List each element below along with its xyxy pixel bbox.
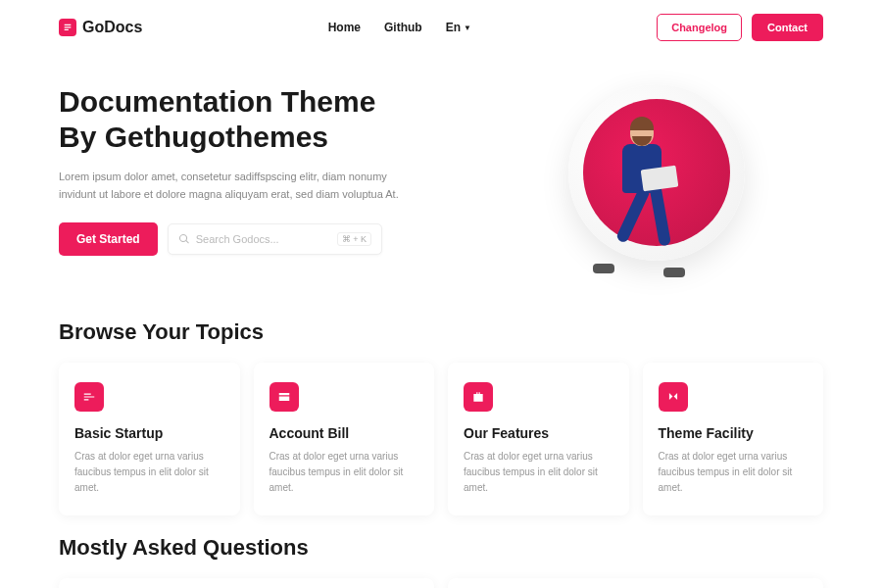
search-box[interactable]: ⌘ + K (168, 223, 382, 255)
nav-link-github[interactable]: Github (384, 21, 422, 34)
contact-button[interactable]: Contact (752, 14, 823, 41)
search-input[interactable] (196, 233, 331, 245)
sliders-icon (74, 382, 104, 412)
topic-card-startup[interactable]: Basic Startup Cras at dolor eget urna va… (59, 363, 240, 515)
topic-desc: Cras at dolor eget urna varius faucibus … (659, 449, 808, 496)
topic-card-features[interactable]: Our Features Cras at dolor eget urna var… (448, 363, 629, 515)
faq-item[interactable]: Will updates also be free? (59, 578, 434, 588)
changelog-button[interactable]: Changelog (657, 14, 742, 41)
nav-right: Changelog Contact (657, 14, 823, 41)
hero-section: Documentation Theme By Gethugothemes Lor… (0, 55, 882, 300)
hero-illustration (461, 84, 823, 280)
topic-title: Theme Facility (659, 425, 808, 441)
topic-desc: Cras at dolor eget urna varius faucibus … (74, 449, 224, 496)
topic-card-theme[interactable]: Theme Facility Cras at dolor eget urna v… (643, 363, 824, 515)
topic-card-account[interactable]: Account Bill Cras at dolor eget urna var… (254, 363, 435, 515)
get-started-button[interactable]: Get Started (59, 222, 158, 256)
topic-desc: Cras at dolor eget urna varius faucibus … (464, 449, 613, 496)
brand-name: GoDocs (82, 19, 142, 36)
topic-title: Basic Startup (74, 425, 224, 441)
hero-actions: Get Started ⌘ + K (59, 222, 421, 256)
faq-heading: Mostly Asked Questions (59, 535, 823, 561)
search-kbd-hint: ⌘ + K (337, 232, 371, 246)
nav-link-home[interactable]: Home (328, 21, 361, 34)
topic-desc: Cras at dolor eget urna varius faucibus … (270, 449, 419, 496)
hero-subtitle: Lorem ipsum dolor amet, consetetur sadif… (59, 169, 421, 203)
logo-icon (59, 19, 76, 36)
language-selector[interactable]: En ▼ (446, 21, 471, 34)
topic-title: Account Bill (270, 425, 419, 441)
topic-title: Our Features (464, 425, 613, 441)
brand-logo[interactable]: GoDocs (59, 19, 142, 36)
tools-icon (659, 382, 688, 412)
top-nav: GoDocs Home Github En ▼ Changelog Contac… (0, 0, 882, 55)
card-icon (270, 382, 299, 412)
hero-title: Documentation Theme By Gethugothemes (59, 84, 421, 155)
faq-item[interactable]: Discounts for students and Non Profit Or… (448, 578, 823, 588)
nav-center: Home Github En ▼ (328, 21, 471, 34)
faq-grid: Will updates also be free? Discounts for… (0, 578, 882, 588)
topics-heading: Browse Your Topics (59, 319, 823, 345)
language-label: En (446, 21, 461, 34)
search-icon (178, 233, 190, 245)
hero-content: Documentation Theme By Gethugothemes Lor… (59, 84, 421, 280)
chevron-down-icon: ▼ (464, 24, 471, 32)
briefcase-icon (464, 382, 493, 412)
topics-grid: Basic Startup Cras at dolor eget urna va… (0, 363, 882, 515)
